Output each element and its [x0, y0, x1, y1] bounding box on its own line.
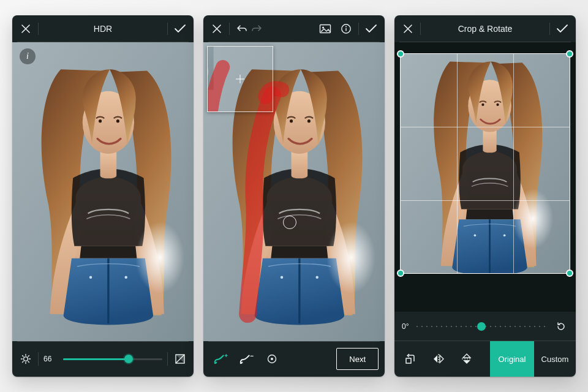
svg-point-10 [322, 26, 324, 28]
screen-title: Crop & Rotate [426, 24, 545, 34]
flip-horizontal-icon[interactable] [431, 352, 446, 366]
top-bar: Crop & Rotate [394, 15, 576, 42]
tab-custom[interactable]: Custom [534, 341, 576, 377]
screen-title: HDR [43, 24, 162, 34]
flip-vertical-icon[interactable] [459, 352, 474, 366]
crop-handle-tl[interactable] [397, 50, 404, 58]
divider [38, 23, 39, 35]
brightness-slider[interactable] [63, 353, 162, 365]
bottom-bar: 66 [12, 341, 194, 377]
brightness-value: 66 [43, 355, 58, 363]
info-icon[interactable]: i [20, 48, 36, 64]
angle-slider[interactable] [415, 322, 548, 331]
svg-rect-16 [406, 358, 411, 363]
hdr-editor-screen: HDR i 66 [12, 15, 194, 377]
svg-rect-13 [345, 28, 347, 31]
image-icon[interactable] [318, 21, 333, 36]
confirm-icon[interactable] [555, 21, 570, 36]
compare-original-icon[interactable] [173, 352, 187, 366]
brush-size-icon[interactable] [265, 352, 279, 366]
close-icon[interactable] [18, 21, 33, 36]
crosshair-icon [236, 75, 244, 83]
angle-value: 0° [402, 322, 409, 331]
rotate-90-icon[interactable] [403, 352, 418, 366]
brightness-icon[interactable] [18, 352, 33, 366]
crop-rotate-screen: Crop & Rotate 0° [394, 15, 576, 377]
bottom-toolbar: Next [203, 341, 385, 377]
crop-controls: 0° [394, 312, 576, 377]
mode-row: Original Custom [394, 341, 576, 377]
crop-frame[interactable] [400, 53, 570, 274]
close-icon[interactable] [401, 21, 415, 36]
brush-selection-screen: Next [203, 15, 385, 377]
image-canvas[interactable] [203, 42, 385, 341]
tab-original[interactable]: Original [490, 341, 534, 377]
crop-handle-tr[interactable] [566, 50, 573, 58]
image-canvas[interactable] [12, 42, 194, 341]
reset-angle-icon[interactable] [554, 319, 568, 334]
top-bar: HDR [12, 15, 194, 42]
close-icon[interactable] [209, 21, 224, 36]
confirm-icon[interactable] [173, 21, 187, 36]
photo [12, 42, 194, 341]
svg-point-15 [271, 358, 273, 360]
crop-handle-bl[interactable] [397, 270, 404, 277]
zoom-preview [207, 46, 273, 112]
angle-row: 0° [394, 312, 576, 341]
brush-add-icon[interactable] [213, 352, 228, 366]
confirm-icon[interactable] [364, 21, 379, 36]
svg-point-12 [345, 26, 347, 28]
divider [167, 23, 168, 35]
svg-point-7 [24, 357, 28, 361]
brush-subtract-icon[interactable] [239, 352, 254, 366]
image-canvas[interactable] [394, 42, 576, 312]
crop-handle-br[interactable] [566, 270, 573, 277]
redo-icon[interactable] [249, 21, 264, 36]
info-icon[interactable] [339, 21, 353, 36]
undo-icon[interactable] [235, 21, 249, 36]
next-button[interactable]: Next [336, 348, 379, 370]
top-bar [203, 15, 385, 42]
